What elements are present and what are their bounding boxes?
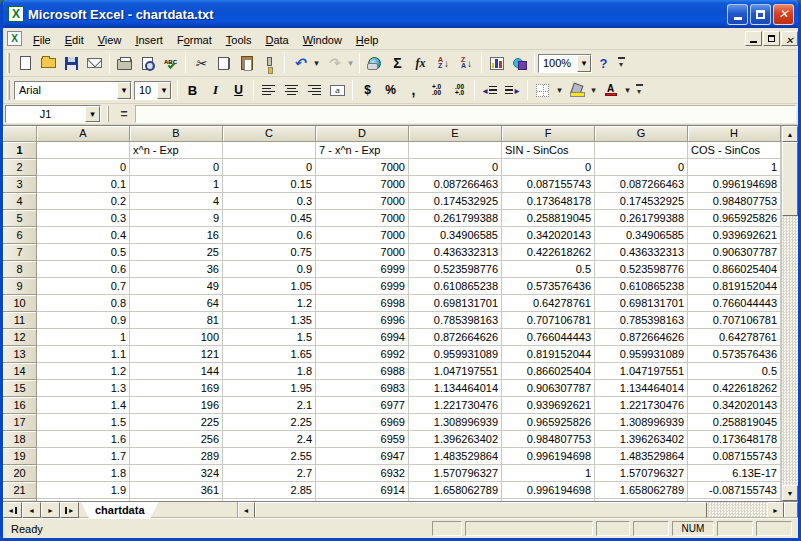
percent-button[interactable]: % xyxy=(379,79,402,102)
cell-a18[interactable]: 1.6 xyxy=(37,431,130,448)
cell-b3[interactable]: 1 xyxy=(130,176,223,193)
decrease-decimal-button[interactable]: .00+.0 xyxy=(448,79,471,102)
fill-color-dropdown[interactable] xyxy=(588,79,599,102)
minimize-button[interactable] xyxy=(727,4,748,25)
cell-d7[interactable]: 7000 xyxy=(316,244,409,261)
menu-data[interactable]: Data xyxy=(258,31,295,49)
cell-a13[interactable]: 1.1 xyxy=(37,346,130,363)
align-center-button[interactable] xyxy=(280,79,303,102)
paste-function-button[interactable]: fx xyxy=(409,52,432,75)
cell-a21[interactable]: 1.9 xyxy=(37,482,130,499)
cell-d17[interactable]: 6969 xyxy=(316,414,409,431)
cell-h5[interactable]: 0.965925826 xyxy=(688,210,781,227)
undo-button[interactable] xyxy=(288,52,311,75)
italic-button[interactable]: I xyxy=(204,79,227,102)
cell-b15[interactable]: 169 xyxy=(130,380,223,397)
cell-e14[interactable]: 1.047197551 xyxy=(409,363,502,380)
currency-button[interactable]: $ xyxy=(356,79,379,102)
cell-h18[interactable]: 0.173648178 xyxy=(688,431,781,448)
cell-d3[interactable]: 7000 xyxy=(316,176,409,193)
drawing-button[interactable] xyxy=(508,52,531,75)
cell-h4[interactable]: 0.984807753 xyxy=(688,193,781,210)
cell-d16[interactable]: 6977 xyxy=(316,397,409,414)
first-sheet-button[interactable] xyxy=(3,502,22,518)
cell-a16[interactable]: 1.4 xyxy=(37,397,130,414)
cell-f11[interactable]: 0.707106781 xyxy=(502,312,595,329)
cell-a12[interactable]: 1 xyxy=(37,329,130,346)
row-header-19[interactable]: 19 xyxy=(3,448,37,465)
cell-g7[interactable]: 0.436332313 xyxy=(595,244,688,261)
cell-e7[interactable]: 0.436332313 xyxy=(409,244,502,261)
cell-d15[interactable]: 6983 xyxy=(316,380,409,397)
fill-color-button[interactable] xyxy=(565,79,588,102)
cell-f9[interactable]: 0.573576436 xyxy=(502,278,595,295)
last-sheet-button[interactable] xyxy=(60,502,79,518)
split-handle[interactable] xyxy=(784,502,798,518)
cell-b8[interactable]: 36 xyxy=(130,261,223,278)
cell-c10[interactable]: 1.2 xyxy=(223,295,316,312)
cell-g12[interactable]: 0.872664626 xyxy=(595,329,688,346)
toolbar-grip[interactable] xyxy=(7,80,10,100)
open-button[interactable] xyxy=(37,52,60,75)
paste-button[interactable] xyxy=(235,52,258,75)
font-color-dropdown[interactable] xyxy=(622,79,633,102)
cell-h9[interactable]: 0.819152044 xyxy=(688,278,781,295)
select-all-corner[interactable] xyxy=(3,126,37,142)
cell-d11[interactable]: 6996 xyxy=(316,312,409,329)
cell-a10[interactable]: 0.8 xyxy=(37,295,130,312)
maximize-button[interactable] xyxy=(750,4,771,25)
close-button[interactable] xyxy=(773,4,794,25)
menu-format[interactable]: Format xyxy=(170,31,219,49)
cell-h19[interactable]: 0.087155743 xyxy=(688,448,781,465)
decrease-indent-button[interactable] xyxy=(478,79,501,102)
column-header-b[interactable]: B xyxy=(130,126,223,142)
cell-b13[interactable]: 121 xyxy=(130,346,223,363)
cell-e18[interactable]: 1.396263402 xyxy=(409,431,502,448)
scroll-down-button[interactable] xyxy=(782,485,798,501)
cell-c5[interactable]: 0.45 xyxy=(223,210,316,227)
cell-c14[interactable]: 1.8 xyxy=(223,363,316,380)
column-header-c[interactable]: C xyxy=(223,126,316,142)
increase-indent-button[interactable] xyxy=(501,79,524,102)
cell-d12[interactable]: 6994 xyxy=(316,329,409,346)
cell-f12[interactable]: 0.766044443 xyxy=(502,329,595,346)
cell-e8[interactable]: 0.523598776 xyxy=(409,261,502,278)
cell-c17[interactable]: 2.25 xyxy=(223,414,316,431)
row-header-3[interactable]: 3 xyxy=(3,176,37,193)
cell-e10[interactable]: 0.698131701 xyxy=(409,295,502,312)
cell-f16[interactable]: 0.939692621 xyxy=(502,397,595,414)
cell-f7[interactable]: 0.422618262 xyxy=(502,244,595,261)
edit-formula-button[interactable]: = xyxy=(115,106,133,123)
cell-e20[interactable]: 1.570796327 xyxy=(409,465,502,482)
cell-e19[interactable]: 1.483529864 xyxy=(409,448,502,465)
copy-button[interactable] xyxy=(212,52,235,75)
horizontal-scroll-track[interactable] xyxy=(707,502,767,518)
cell-g4[interactable]: 0.174532925 xyxy=(595,193,688,210)
sort-ascending-button[interactable]: AZ xyxy=(432,52,455,75)
column-header-f[interactable]: F xyxy=(502,126,595,142)
cell-g16[interactable]: 1.221730476 xyxy=(595,397,688,414)
cell-g17[interactable]: 1.308996939 xyxy=(595,414,688,431)
cell-c1[interactable] xyxy=(223,142,316,159)
toolbar-options-button[interactable] xyxy=(615,52,627,75)
cell-a2[interactable]: 0 xyxy=(37,159,130,176)
spelling-button[interactable]: ABC xyxy=(159,52,182,75)
font-dropdown-icon[interactable] xyxy=(117,82,131,99)
cell-h1[interactable]: COS - SinCos xyxy=(688,142,781,159)
chart-wizard-button[interactable] xyxy=(485,52,508,75)
cell-h11[interactable]: 0.707106781 xyxy=(688,312,781,329)
cell-g19[interactable]: 1.483529864 xyxy=(595,448,688,465)
cell-c15[interactable]: 1.95 xyxy=(223,380,316,397)
cell-d1[interactable]: 7 - x^n - Exp xyxy=(316,142,409,159)
cell-a1[interactable] xyxy=(37,142,130,159)
cell-c16[interactable]: 2.1 xyxy=(223,397,316,414)
cell-g11[interactable]: 0.785398163 xyxy=(595,312,688,329)
save-button[interactable] xyxy=(60,52,83,75)
cell-h6[interactable]: 0.939692621 xyxy=(688,227,781,244)
row-header-8[interactable]: 8 xyxy=(3,261,37,278)
cell-g8[interactable]: 0.523598776 xyxy=(595,261,688,278)
row-header-9[interactable]: 9 xyxy=(3,278,37,295)
cell-a4[interactable]: 0.2 xyxy=(37,193,130,210)
cell-f2[interactable]: 0 xyxy=(502,159,595,176)
cell-c8[interactable]: 0.9 xyxy=(223,261,316,278)
